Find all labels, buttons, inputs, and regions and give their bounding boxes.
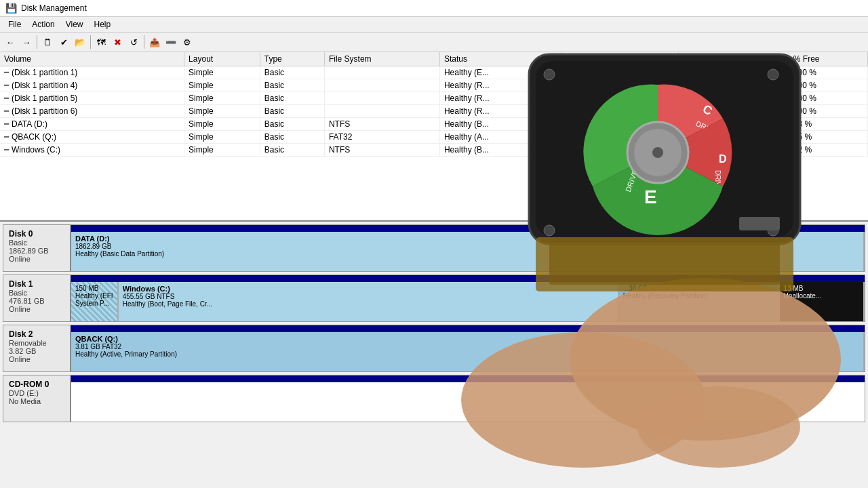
col-status[interactable]: Status bbox=[439, 52, 561, 66]
disk-label-3: CD-ROM 0 DVD (E:) No Media bbox=[3, 375, 71, 422]
cell-pct-free: 100 % bbox=[789, 66, 867, 79]
cell-fs bbox=[324, 66, 439, 79]
disk-header-bar-0 bbox=[71, 225, 865, 232]
disk-type-0: Basic bbox=[9, 239, 64, 247]
cell-type: Basic bbox=[260, 105, 324, 118]
cell-capacity: 150 MB bbox=[561, 66, 679, 79]
cell-type: Basic bbox=[260, 144, 324, 157]
cell-type: Basic bbox=[260, 66, 324, 79]
cell-status: Healthy (A... bbox=[439, 131, 561, 144]
partition-name: Windows (C:) bbox=[123, 285, 614, 293]
remove-button[interactable]: ➖ bbox=[163, 35, 178, 49]
partition-1-2[interactable]: ...36 GB Healthy (Recovery Partition) bbox=[619, 282, 780, 321]
cell-layout: Simple bbox=[184, 79, 260, 92]
cell-capacity: 455.55 GB bbox=[561, 144, 679, 157]
disk-partitions-row-0: DATA (D:) 1862.89 GB Healthy (Basic Data… bbox=[71, 232, 865, 271]
table-row[interactable]: ━(Disk 1 partition 4) Simple Basic Healt… bbox=[0, 79, 868, 92]
refresh-button[interactable]: ↺ bbox=[126, 35, 141, 49]
col-capacity[interactable]: Capacity bbox=[561, 52, 679, 66]
title-bar: 💾 Disk Management bbox=[0, 0, 868, 17]
cell-capacity: 1.36 GB bbox=[561, 105, 679, 118]
cell-type: Basic bbox=[260, 92, 324, 105]
settings-button[interactable]: ⚙ bbox=[180, 35, 195, 49]
disk-label-0: Disk 0 Basic 1862.89 GB Online bbox=[3, 225, 71, 271]
cell-fs: NTFS bbox=[324, 118, 439, 131]
table-row[interactable]: ━(Disk 1 partition 6) Simple Basic Healt… bbox=[0, 105, 868, 118]
partition-status: Healthy (Basic Data Partition) bbox=[75, 250, 859, 258]
partition-size: 3.81 GB FAT32 bbox=[75, 343, 859, 350]
cell-volume: ━(Disk 1 partition 5) bbox=[0, 92, 184, 105]
partition-1-1[interactable]: Windows (C:) 455.55 GB NTFS Healthy (Boo… bbox=[119, 282, 619, 321]
forward-button[interactable]: → bbox=[19, 35, 34, 49]
disk-partitions-row-3 bbox=[71, 382, 865, 422]
disk-partitions-row-1: 150 MB Healthy (EFI System P... Windows … bbox=[71, 282, 865, 321]
cell-fs bbox=[324, 105, 439, 118]
col-layout[interactable]: Layout bbox=[184, 52, 260, 66]
col-type[interactable]: Type bbox=[260, 52, 324, 66]
disk-row-0: Disk 0 Basic 1862.89 GB Online DATA (D:)… bbox=[3, 224, 865, 272]
cell-capacity: 3.81 GB bbox=[561, 131, 679, 144]
table-header-row: Volume Layout Type File System Status Ca… bbox=[0, 52, 868, 66]
cell-pct-free: 100 % bbox=[789, 105, 867, 118]
disk-status-2: Online bbox=[9, 355, 64, 363]
partition-1-0[interactable]: 150 MB Healthy (EFI System P... bbox=[71, 282, 119, 321]
partition-status: Healthy (Recovery Partition) bbox=[623, 292, 774, 300]
cell-free: 150 MB bbox=[679, 66, 789, 79]
disk-type-3: DVD (E:) bbox=[9, 389, 64, 397]
disk-partitions-3 bbox=[71, 375, 865, 422]
map-button[interactable]: 🗺 bbox=[94, 35, 108, 49]
col-volume[interactable]: Volume bbox=[0, 52, 184, 66]
disk-partitions-2: QBACK (Q:) 3.81 GB FAT32 Healthy (Active… bbox=[71, 325, 865, 371]
table-row[interactable]: ━(Disk 1 partition 5) Simple Basic Healt… bbox=[0, 92, 868, 105]
add-button[interactable]: 📤 bbox=[147, 35, 162, 49]
cell-type: Basic bbox=[260, 79, 324, 92]
cell-status: Healthy (B... bbox=[439, 144, 561, 157]
partition-status: Healthy (Boot, Page File, Cr... bbox=[123, 300, 614, 308]
menu-action[interactable]: Action bbox=[26, 18, 60, 30]
menu-help[interactable]: Help bbox=[89, 18, 117, 30]
cell-layout: Simple bbox=[184, 105, 260, 118]
disk-partitions-row-2: QBACK (Q:) 3.81 GB FAT32 Healthy (Active… bbox=[71, 332, 865, 371]
properties-button[interactable]: ✔ bbox=[56, 35, 71, 49]
table-row[interactable]: ━(Disk 1 partition 1) Simple Basic Healt… bbox=[0, 66, 868, 79]
open-button[interactable]: 📂 bbox=[73, 35, 87, 49]
menu-view[interactable]: View bbox=[60, 18, 89, 30]
volume-table-area: Volume Layout Type File System Status Ca… bbox=[0, 52, 868, 222]
partition-name: QBACK (Q:) bbox=[75, 335, 859, 343]
cell-volume: ━Windows (C:) bbox=[0, 144, 184, 157]
disk-label-1: Disk 1 Basic 476.81 GB Online bbox=[3, 275, 71, 321]
table-row[interactable]: ━DATA (D:) Simple Basic NTFS Healthy (B.… bbox=[0, 118, 868, 131]
disk-name-1: Disk 1 bbox=[9, 279, 64, 289]
cell-fs bbox=[324, 92, 439, 105]
disk-type-2: Removable bbox=[9, 339, 64, 347]
cell-layout: Simple bbox=[184, 131, 260, 144]
up-button[interactable]: 🗒 bbox=[40, 35, 55, 49]
table-row[interactable]: ━Windows (C:) Simple Basic NTFS Healthy … bbox=[0, 144, 868, 157]
disk-name-3: CD-ROM 0 bbox=[9, 380, 64, 389]
partition-status: Unallocate... bbox=[784, 292, 859, 300]
partition-0-0[interactable]: DATA (D:) 1862.89 GB Healthy (Basic Data… bbox=[71, 232, 865, 271]
cell-status: Healthy (R... bbox=[439, 92, 561, 105]
app-icon: 💾 bbox=[5, 3, 17, 14]
table-row[interactable]: ━QBACK (Q:) Simple Basic FAT32 Healthy (… bbox=[0, 131, 868, 144]
partition-1-3[interactable]: 13 MB Unallocate... bbox=[780, 282, 865, 321]
back-button[interactable]: ← bbox=[3, 35, 18, 49]
cell-fs bbox=[324, 79, 439, 92]
menu-file[interactable]: File bbox=[3, 18, 26, 30]
partition-name: DATA (D:) bbox=[75, 235, 859, 243]
col-free-space[interactable]: Free Spa... bbox=[679, 52, 789, 66]
cell-status: Healthy (R... bbox=[439, 105, 561, 118]
cell-capacity: 990 MB bbox=[561, 79, 679, 92]
partition-status: Healthy (EFI System P... bbox=[75, 292, 113, 307]
cell-pct-free: 72 % bbox=[789, 144, 867, 157]
partition-2-0[interactable]: QBACK (Q:) 3.81 GB FAT32 Healthy (Active… bbox=[71, 332, 865, 371]
col-pct-free[interactable]: % Free bbox=[789, 52, 867, 66]
partition-size: 13 MB bbox=[784, 285, 859, 292]
cell-volume: ━DATA (D:) bbox=[0, 118, 184, 131]
disk-header-bar-1 bbox=[71, 275, 865, 282]
delete-button[interactable]: ✖ bbox=[110, 35, 125, 49]
toolbar: ← → 🗒 ✔ 📂 🗺 ✖ ↺ 📤 ➖ ⚙ bbox=[0, 33, 868, 52]
cell-layout: Simple bbox=[184, 92, 260, 105]
partition-status: Healthy (Active, Primary Partition) bbox=[75, 350, 859, 358]
col-filesystem[interactable]: File System bbox=[324, 52, 439, 66]
